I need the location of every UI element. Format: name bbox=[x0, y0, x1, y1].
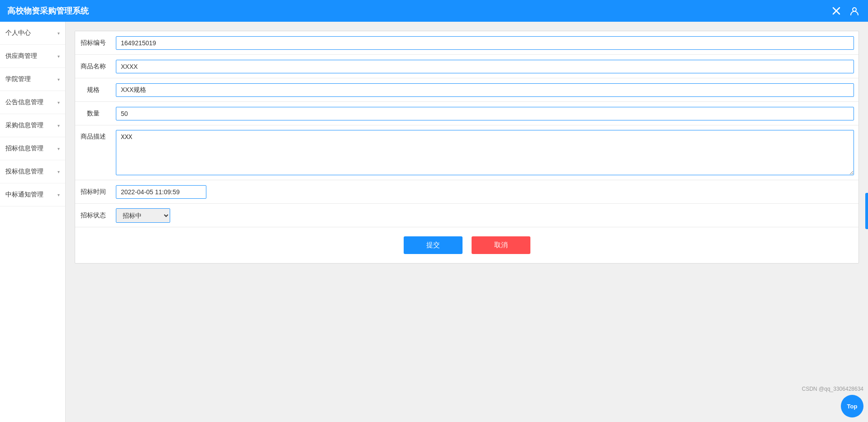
label-description: 商品描述 bbox=[75, 125, 111, 144]
csdn-watermark: CSDN @qq_3306428634 bbox=[802, 386, 863, 392]
form-container: 招标编号 商品名称 规格 数量 bbox=[75, 31, 859, 264]
sidebar-item-bidding[interactable]: 招标信息管理 ▾ bbox=[0, 137, 65, 160]
input-bidding-number[interactable] bbox=[116, 36, 854, 50]
sidebar-label-bidding: 招标信息管理 bbox=[5, 144, 43, 153]
row-quantity: 数量 bbox=[75, 102, 858, 125]
header-icons bbox=[830, 5, 861, 17]
chevron-down-icon-0: ▾ bbox=[57, 31, 60, 36]
input-description[interactable]: XXX bbox=[116, 130, 854, 175]
field-bid-time bbox=[111, 180, 858, 203]
user-icon[interactable] bbox=[848, 5, 861, 17]
field-bid-status: 招标中 已结束 待发布 bbox=[111, 204, 858, 227]
input-bid-time[interactable] bbox=[116, 185, 206, 199]
sidebar-item-supplier[interactable]: 供应商管理 ▾ bbox=[0, 45, 65, 68]
field-spec bbox=[111, 78, 858, 101]
field-quantity bbox=[111, 102, 858, 125]
label-quantity: 数量 bbox=[75, 102, 111, 125]
sidebar-label-academy: 学院管理 bbox=[5, 75, 31, 83]
chevron-down-icon-7: ▾ bbox=[57, 192, 60, 197]
label-bid-time: 招标时间 bbox=[75, 180, 111, 203]
input-quantity[interactable] bbox=[116, 107, 854, 120]
sidebar: 个人中心 ▾ 供应商管理 ▾ 学院管理 ▾ 公告信息管理 ▾ 采购信息管理 ▾ … bbox=[0, 22, 66, 422]
row-bidding-number: 招标编号 bbox=[75, 31, 858, 55]
row-product-name: 商品名称 bbox=[75, 55, 858, 78]
sidebar-item-winning[interactable]: 中标通知管理 ▾ bbox=[0, 183, 65, 206]
row-description: 商品描述 XXX bbox=[75, 125, 858, 180]
chevron-down-icon-6: ▾ bbox=[57, 169, 60, 174]
input-spec[interactable] bbox=[116, 83, 854, 97]
header: 高校物资采购管理系统 bbox=[0, 0, 868, 22]
bottom-right: CSDN @qq_3306428634 Top bbox=[802, 386, 863, 417]
field-bidding-number bbox=[111, 31, 858, 54]
chevron-down-icon-4: ▾ bbox=[57, 123, 60, 128]
label-spec: 规格 bbox=[75, 78, 111, 101]
chevron-down-icon-3: ▾ bbox=[57, 100, 60, 105]
sidebar-label-purchase: 采购信息管理 bbox=[5, 121, 43, 129]
chevron-down-icon-1: ▾ bbox=[57, 54, 60, 59]
field-product-name bbox=[111, 55, 858, 78]
select-bid-status[interactable]: 招标中 已结束 待发布 bbox=[116, 208, 170, 223]
sidebar-label-tender: 投标信息管理 bbox=[5, 168, 43, 176]
field-description: XXX bbox=[111, 125, 858, 180]
label-bid-status: 招标状态 bbox=[75, 204, 111, 227]
label-product-name: 商品名称 bbox=[75, 55, 111, 78]
right-indicator bbox=[865, 193, 868, 229]
sidebar-item-announcement[interactable]: 公告信息管理 ▾ bbox=[0, 91, 65, 114]
layout: 个人中心 ▾ 供应商管理 ▾ 学院管理 ▾ 公告信息管理 ▾ 采购信息管理 ▾ … bbox=[0, 22, 868, 422]
submit-button[interactable]: 提交 bbox=[404, 236, 463, 254]
sidebar-label-announcement: 公告信息管理 bbox=[5, 98, 43, 106]
cancel-button[interactable]: 取消 bbox=[472, 236, 530, 254]
main-content: 招标编号 商品名称 规格 数量 bbox=[66, 22, 868, 422]
row-spec: 规格 bbox=[75, 78, 858, 102]
sidebar-label-winning: 中标通知管理 bbox=[5, 191, 43, 199]
close-icon[interactable] bbox=[830, 5, 843, 17]
sidebar-item-purchase[interactable]: 采购信息管理 ▾ bbox=[0, 114, 65, 137]
sidebar-label-supplier: 供应商管理 bbox=[5, 52, 37, 60]
sidebar-item-tender[interactable]: 投标信息管理 ▾ bbox=[0, 160, 65, 183]
label-bidding-number: 招标编号 bbox=[75, 31, 111, 54]
sidebar-item-academy[interactable]: 学院管理 ▾ bbox=[0, 68, 65, 91]
row-bid-status: 招标状态 招标中 已结束 待发布 bbox=[75, 204, 858, 227]
svg-point-2 bbox=[853, 8, 856, 11]
sidebar-label-personal: 个人中心 bbox=[5, 29, 31, 37]
input-product-name[interactable] bbox=[116, 60, 854, 73]
form-buttons: 提交 取消 bbox=[75, 227, 858, 263]
chevron-down-icon-2: ▾ bbox=[57, 77, 60, 82]
row-bid-time: 招标时间 bbox=[75, 180, 858, 204]
sidebar-item-personal[interactable]: 个人中心 ▾ bbox=[0, 22, 65, 45]
app-title: 高校物资采购管理系统 bbox=[7, 5, 89, 16]
chevron-down-icon-5: ▾ bbox=[57, 146, 60, 151]
top-button[interactable]: Top bbox=[841, 395, 863, 417]
